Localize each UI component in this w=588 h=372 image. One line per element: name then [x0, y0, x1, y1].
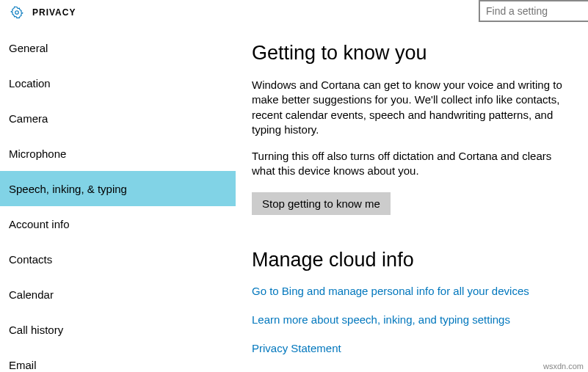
sidebar-item-label: Call history	[9, 324, 63, 336]
sidebar-item-label: Contacts	[9, 253, 52, 266]
sidebar-item-label: General	[9, 42, 48, 54]
sidebar-item-label: Calendar	[9, 288, 54, 301]
sidebar-item-label: Camera	[9, 112, 48, 125]
sidebar-item-microphone[interactable]: Microphone	[0, 136, 236, 171]
sidebar-item-general[interactable]: General	[0, 30, 236, 65]
sidebar-item-calendar[interactable]: Calendar	[0, 277, 236, 312]
sidebar-item-label: Email	[9, 359, 37, 371]
gear-icon	[10, 6, 23, 19]
sidebar-item-label: Microphone	[9, 147, 66, 160]
sidebar-item-location[interactable]: Location	[0, 65, 236, 101]
sidebar-item-account-info[interactable]: Account info	[0, 206, 236, 241]
page-title: PRIVACY	[32, 7, 76, 18]
content: Getting to know you Windows and Cortana …	[236, 24, 588, 372]
sidebar-item-call-history[interactable]: Call history	[0, 312, 236, 347]
link-privacy-statement[interactable]: Privacy Statement	[252, 342, 576, 354]
sidebar-item-speech-inking-typing[interactable]: Speech, inking, & typing	[0, 171, 236, 206]
link-bing-personal-info[interactable]: Go to Bing and manage personal info for …	[252, 285, 576, 297]
layout: General Location Camera Microphone Speec…	[0, 24, 588, 372]
stop-getting-to-know-me-button[interactable]: Stop getting to know me	[252, 192, 391, 215]
sidebar: General Location Camera Microphone Speec…	[0, 24, 236, 372]
sidebar-item-label: Speech, inking, & typing	[9, 183, 127, 195]
paragraph-warning: Turning this off also turns off dictatio…	[252, 149, 576, 179]
watermark: wsxdn.com	[543, 362, 584, 371]
sidebar-item-email[interactable]: Email	[0, 347, 236, 372]
sidebar-item-label: Location	[9, 77, 51, 90]
heading-getting-to-know-you: Getting to know you	[252, 42, 576, 65]
sidebar-item-contacts[interactable]: Contacts	[0, 241, 236, 277]
sidebar-item-camera[interactable]: Camera	[0, 101, 236, 136]
search-input[interactable]	[479, 0, 588, 22]
paragraph-description: Windows and Cortana can get to know your…	[252, 78, 576, 137]
link-learn-more-speech[interactable]: Learn more about speech, inking, and typ…	[252, 313, 576, 326]
sidebar-item-label: Account info	[9, 218, 70, 230]
heading-manage-cloud-info: Manage cloud info	[252, 249, 576, 271]
svg-point-0	[15, 10, 19, 14]
header: PRIVACY	[0, 0, 588, 24]
